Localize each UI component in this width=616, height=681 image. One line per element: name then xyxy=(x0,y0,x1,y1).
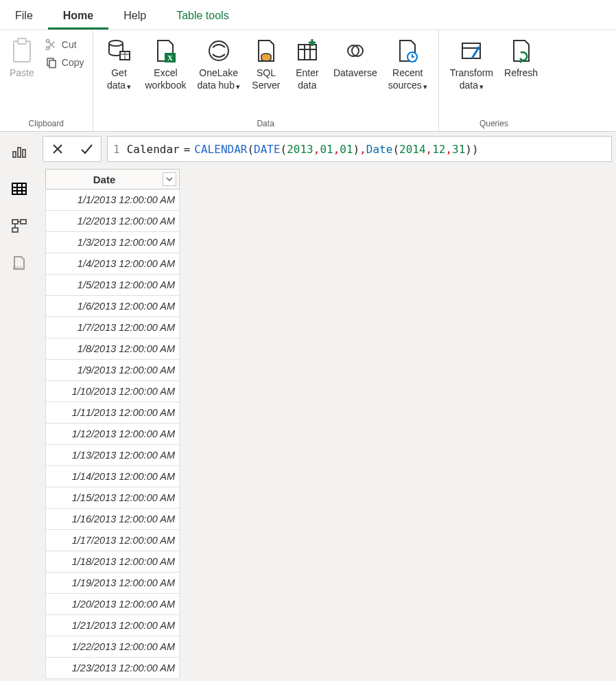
table-cell[interactable]: 1/7/2013 12:00:00 AM xyxy=(45,317,180,338)
recent-sources-icon xyxy=(394,37,421,65)
column-filter-button[interactable] xyxy=(163,172,176,186)
dataverse-icon xyxy=(342,37,369,65)
get-data-label: Getdata▾ xyxy=(107,67,131,91)
sql-server-icon xyxy=(252,37,280,65)
column-header-date[interactable]: Date xyxy=(45,169,180,189)
svg-rect-30 xyxy=(21,220,26,224)
onelake-button[interactable]: OneLakedata hub▾ xyxy=(193,34,244,94)
table-cell[interactable]: 1/8/2013 12:00:00 AM xyxy=(45,338,180,360)
svg-point-3 xyxy=(46,40,49,43)
ribbon-group-clipboard: Paste Cut Copy Clipboard xyxy=(0,30,93,131)
transform-data-label: Transformdata▾ xyxy=(450,67,493,91)
sql-server-button[interactable]: SQLServer xyxy=(247,34,285,94)
clipboard-group-label: Clipboard xyxy=(29,119,64,130)
svg-point-2 xyxy=(46,47,49,50)
data-grid: Date 1/1/2013 12:00:00 AM1/2/2013 12:00:… xyxy=(38,166,616,681)
table-cell[interactable]: 1/23/2013 12:00:00 AM xyxy=(45,658,180,679)
tab-help[interactable]: Help xyxy=(108,3,161,30)
table-cell[interactable]: 1/14/2013 12:00:00 AM xyxy=(45,466,180,487)
table-cell[interactable]: 1/22/2013 12:00:00 AM xyxy=(45,636,180,658)
paste-label: Paste xyxy=(10,67,34,78)
svg-rect-1 xyxy=(18,38,26,44)
formula-bar: 1 Calendar = CALENDAR(DATE(2013,01,01),D… xyxy=(38,132,616,166)
dataverse-button[interactable]: Dataverse xyxy=(329,34,381,82)
svg-point-6 xyxy=(109,41,123,46)
table-cell[interactable]: 1/11/2013 12:00:00 AM xyxy=(45,402,180,424)
table-cell[interactable]: 1/1/2013 12:00:00 AM xyxy=(45,189,180,211)
ribbon-group-queries: Transformdata▾ Refresh Queries xyxy=(439,30,549,131)
svg-rect-24 xyxy=(12,183,26,194)
data-group-label: Data xyxy=(257,119,274,130)
table-cell[interactable]: 1/9/2013 12:00:00 AM xyxy=(45,360,180,381)
table-cell[interactable]: 1/3/2013 12:00:00 AM xyxy=(45,232,180,253)
scissors-icon xyxy=(45,38,58,51)
tab-home[interactable]: Home xyxy=(48,3,108,30)
excel-icon: X xyxy=(152,37,179,65)
line-number: 1 xyxy=(113,143,120,156)
table-cell[interactable]: 1/19/2013 12:00:00 AM xyxy=(45,573,180,594)
transform-data-button[interactable]: Transformdata▾ xyxy=(446,34,497,94)
svg-text:X: X xyxy=(167,54,173,62)
cut-label: Cut xyxy=(62,39,77,50)
transform-data-icon xyxy=(458,37,485,65)
queries-group-label: Queries xyxy=(479,119,508,130)
table-cell[interactable]: 1/6/2013 12:00:00 AM xyxy=(45,296,180,317)
table-cell[interactable]: 1/4/2013 12:00:00 AM xyxy=(45,253,180,275)
table-cell[interactable]: 1/12/2013 12:00:00 AM xyxy=(45,424,180,445)
ribbon-group-data: Getdata▾ X Excelworkbook OneLakedata hub… xyxy=(93,30,439,131)
cancel-formula-button[interactable] xyxy=(43,142,72,156)
model-view-button[interactable] xyxy=(10,217,28,235)
dax-query-view-button[interactable]: DAX xyxy=(10,254,28,272)
copy-label: Copy xyxy=(62,57,84,68)
column-header-label: Date xyxy=(46,174,163,185)
table-cell[interactable]: 1/17/2013 12:00:00 AM xyxy=(45,530,180,551)
tab-file[interactable]: File xyxy=(0,3,48,30)
view-rail: DAX xyxy=(0,132,38,681)
enter-data-button[interactable]: Enterdata xyxy=(288,34,327,94)
enter-data-label: Enterdata xyxy=(296,67,318,91)
copy-button[interactable]: Copy xyxy=(44,55,86,70)
enter-data-icon xyxy=(294,37,321,65)
svg-rect-21 xyxy=(13,152,16,157)
table-cell[interactable]: 1/2/2013 12:00:00 AM xyxy=(45,211,180,232)
dataverse-label: Dataverse xyxy=(333,67,377,80)
svg-rect-22 xyxy=(18,148,21,157)
table-cell[interactable]: 1/18/2013 12:00:00 AM xyxy=(45,551,180,573)
table-cell[interactable]: 1/20/2013 12:00:00 AM xyxy=(45,594,180,615)
paste-button: Paste xyxy=(7,34,37,81)
data-view-button[interactable] xyxy=(10,180,28,198)
ribbon-tabs: File Home Help Table tools xyxy=(0,0,616,30)
tab-table-tools[interactable]: Table tools xyxy=(161,3,244,30)
ribbon: Paste Cut Copy Clipboard xyxy=(0,30,616,132)
table-cell[interactable]: 1/10/2013 12:00:00 AM xyxy=(45,381,180,402)
svg-rect-29 xyxy=(12,220,18,224)
copy-icon xyxy=(45,56,58,69)
refresh-label: Refresh xyxy=(504,67,538,80)
svg-rect-23 xyxy=(23,150,25,157)
onelake-label: OneLakedata hub▾ xyxy=(197,67,240,91)
table-cell[interactable]: 1/13/2013 12:00:00 AM xyxy=(45,445,180,466)
recent-sources-button[interactable]: Recentsources▾ xyxy=(384,34,431,94)
table-cell[interactable]: 1/5/2013 12:00:00 AM xyxy=(45,275,180,296)
commit-formula-button[interactable] xyxy=(72,141,101,157)
database-icon xyxy=(106,37,133,65)
table-cell[interactable]: 1/15/2013 12:00:00 AM xyxy=(45,487,180,509)
excel-workbook-label: Excelworkbook xyxy=(145,67,187,91)
svg-rect-5 xyxy=(49,60,56,68)
table-cell[interactable]: 1/21/2013 12:00:00 AM xyxy=(45,615,180,636)
svg-rect-31 xyxy=(12,228,18,232)
cut-button[interactable]: Cut xyxy=(44,37,86,52)
get-data-button[interactable]: Getdata▾ xyxy=(100,34,139,94)
formula-input[interactable]: 1 Calendar = CALENDAR(DATE(2013,01,01),D… xyxy=(107,136,612,162)
sql-server-label: SQLServer xyxy=(252,67,280,91)
excel-workbook-button[interactable]: X Excelworkbook xyxy=(141,34,191,94)
clipboard-icon xyxy=(10,37,34,65)
report-view-button[interactable] xyxy=(10,143,28,161)
refresh-icon xyxy=(508,37,535,65)
table-cell[interactable]: 1/16/2013 12:00:00 AM xyxy=(45,509,180,530)
svg-text:DAX: DAX xyxy=(13,266,23,270)
svg-rect-14 xyxy=(298,45,316,60)
refresh-button[interactable]: Refresh xyxy=(500,34,542,82)
onelake-icon xyxy=(205,37,233,65)
recent-sources-label: Recentsources▾ xyxy=(388,67,427,91)
